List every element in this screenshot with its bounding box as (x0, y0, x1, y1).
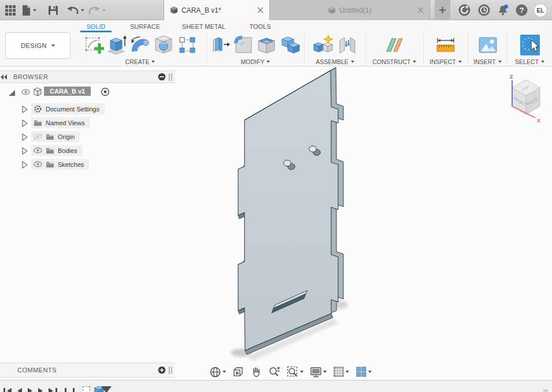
document-tab-active[interactable]: CARA_B v1* (164, 0, 270, 20)
select-tool-icon[interactable] (520, 34, 540, 56)
timeline-go-to-start-button[interactable] (3, 388, 5, 392)
browser-panel-title: BROWSER (13, 73, 48, 80)
construct-menu[interactable]: CONSTRUCT (366, 57, 423, 66)
file-menu-icon[interactable] (21, 0, 36, 20)
tab-sheet-metal[interactable]: SHEET METAL (173, 20, 234, 32)
close-icon[interactable] (417, 7, 424, 13)
inspect-menu[interactable]: INSPECT (424, 57, 468, 66)
help-icon[interactable]: ? (516, 0, 528, 20)
view-cube[interactable]: TOP FRONT RIGHT Z X (501, 73, 551, 126)
extrude-icon[interactable] (107, 35, 128, 55)
add-comment-icon[interactable] (158, 366, 166, 374)
insert-menu[interactable]: INSERT (468, 57, 507, 66)
component-cube-icon (33, 87, 42, 96)
grid-snaps-icon[interactable] (332, 365, 350, 379)
look-at-icon[interactable] (231, 365, 245, 379)
collapsed-triangle-icon[interactable] (21, 147, 28, 155)
visibility-eye-icon[interactable] (21, 89, 30, 95)
timeline-play-button[interactable] (28, 388, 32, 392)
undo-icon[interactable] (66, 0, 84, 20)
chevron-down-icon (498, 61, 502, 63)
timeline-go-to-end-button[interactable] (49, 388, 53, 392)
collapsed-triangle-icon[interactable] (21, 161, 28, 169)
workspace-label: DESIGN (21, 42, 47, 49)
browser-item-bodies: Bodies (0, 144, 175, 158)
gear-icon (34, 104, 42, 113)
timeline-end-marker[interactable] (55, 388, 57, 392)
panel-grip-handle[interactable] (169, 367, 173, 374)
press-pull-icon[interactable] (211, 35, 231, 55)
comments-panel-title: COMMENTS (17, 367, 57, 374)
assemble-menu[interactable]: ASSEMBLE (305, 57, 365, 66)
joint-icon[interactable] (338, 35, 357, 55)
chevron-down-icon (323, 371, 327, 373)
create-sketch-icon[interactable] (84, 35, 104, 55)
hole-icon[interactable] (154, 35, 175, 55)
chevron-down-icon (458, 61, 462, 63)
measure-icon[interactable] (435, 35, 456, 55)
viewports-icon[interactable] (354, 365, 373, 379)
ribbon-toolbar: DESIGN SOLID SURFACE SHEET METAL TOOLS (0, 20, 552, 66)
folder-icon (46, 147, 54, 154)
document-tab-label: Untitled(1) (339, 6, 371, 14)
title-bar: CARA_B v1* Untitled(1) ? EL (0, 0, 552, 20)
collapsed-triangle-icon[interactable] (21, 106, 28, 113)
fillet-icon[interactable] (234, 35, 254, 55)
user-avatar[interactable]: EL (534, 3, 547, 17)
app-grid-icon[interactable] (5, 0, 16, 20)
timeline-step-back-button[interactable] (7, 388, 12, 392)
rectangular-pattern-icon[interactable] (178, 36, 197, 54)
orbit-icon[interactable] (208, 365, 227, 379)
display-settings-icon[interactable] (309, 365, 328, 379)
new-component-icon[interactable] (313, 35, 335, 55)
close-icon[interactable] (257, 7, 264, 13)
expanded-triangle-icon[interactable] (8, 89, 16, 96)
timeline-playhead-marker[interactable] (101, 386, 112, 392)
browser-panel-header: BROWSER (0, 70, 175, 83)
folder-icon (34, 120, 42, 126)
activate-component-radio[interactable] (101, 87, 110, 96)
timeline-settings-gear-icon[interactable] (542, 389, 549, 392)
visibility-hidden-eye-icon[interactable] (34, 133, 42, 140)
revolve-icon[interactable] (131, 35, 151, 55)
construction-plane-icon[interactable] (385, 35, 405, 55)
modify-menu[interactable]: MODIFY (207, 57, 304, 66)
shell-icon[interactable] (257, 35, 278, 55)
collapse-panel-icon[interactable] (0, 74, 8, 80)
collapsed-triangle-icon[interactable] (21, 120, 28, 127)
save-icon[interactable] (48, 0, 58, 20)
collapsed-triangle-icon[interactable] (21, 133, 28, 141)
visibility-eye-icon[interactable] (34, 161, 42, 167)
minimize-panel-icon[interactable] (158, 73, 166, 81)
visibility-eye-icon[interactable] (34, 147, 42, 154)
document-tab-inactive[interactable]: Untitled(1) (270, 0, 430, 20)
chevron-down-icon (368, 371, 372, 373)
timeline-step-back-button[interactable] (17, 388, 22, 392)
timeline-marker[interactable] (65, 388, 66, 392)
workspace-switcher[interactable]: DESIGN (5, 32, 71, 59)
extensions-icon[interactable] (458, 0, 471, 20)
new-document-tab-button[interactable] (435, 0, 450, 20)
panel-grip-handle[interactable] (169, 73, 173, 81)
zoom-window-icon[interactable] (286, 365, 305, 379)
model-3d-part (228, 66, 350, 372)
folder-icon (46, 161, 54, 168)
group-select: SELECT (507, 32, 552, 66)
browser-root-label[interactable]: CARA_B v1 (44, 87, 91, 96)
redo-icon[interactable] (88, 0, 106, 20)
zoom-icon[interactable] (267, 365, 281, 379)
timeline-step-forward-button[interactable] (38, 388, 43, 392)
tab-tools[interactable]: TOOLS (234, 20, 286, 32)
timeline-marker[interactable] (73, 388, 75, 392)
notifications-bell-icon[interactable] (497, 0, 509, 20)
select-menu[interactable]: SELECT (507, 57, 552, 66)
svg-text:?: ? (520, 6, 524, 14)
job-status-clock-icon[interactable] (478, 0, 490, 20)
create-menu[interactable]: CREATE (74, 57, 206, 66)
insert-image-icon[interactable] (478, 36, 498, 54)
timeline-sketch-feature-icon[interactable] (83, 386, 90, 392)
pan-hand-icon[interactable] (249, 365, 263, 379)
tab-surface[interactable]: SURFACE (117, 20, 173, 32)
chevron-down-icon (413, 61, 416, 63)
combine-icon[interactable] (281, 35, 301, 55)
